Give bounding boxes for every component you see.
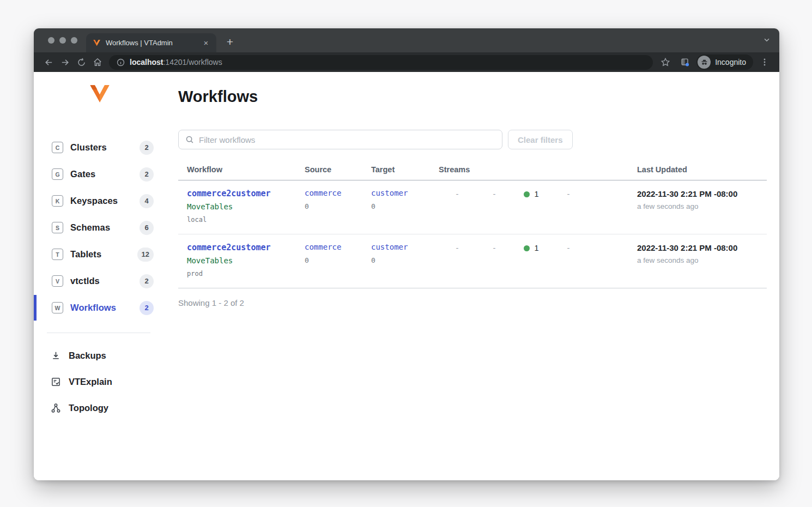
filter-box[interactable] [178,130,502,149]
toolbar-right-icons: Incognito [657,55,773,70]
running-count: 1 [534,244,538,252]
url-text[interactable]: localhost:14201/workflows [130,58,222,67]
document-check-icon [51,377,61,387]
column-header-target: Target [371,165,439,174]
count-badge: 4 [140,194,154,208]
workflows-letter-icon: W [52,302,63,313]
count-badge: 6 [140,221,154,235]
column-header-streams: Streams [439,165,637,174]
target-cell: customer 0 [371,243,439,277]
streams-copying-value: - [439,243,476,252]
url-host: localhost [130,58,163,67]
vtadmin-page: C Clusters 2 G Gates 2 K Keyspaces 4 S S… [34,72,779,480]
incognito-badge[interactable]: Incognito [696,55,753,70]
tab-title: Workflows | VTAdmin [106,39,196,47]
back-icon[interactable] [40,55,57,70]
workflow-type: MoveTables [187,202,305,211]
updated-timestamp: 2022-11-30 2:21 PM -08:00 [637,189,767,198]
sidebar-item-backups[interactable]: Backups [34,342,163,369]
source-cell: commerce 0 [305,243,371,277]
sidebar-item-label: Schemas [70,222,110,233]
streams-running-value: 1 [513,243,550,252]
window-close-button[interactable] [48,37,54,44]
filter-workflows-input[interactable] [199,135,495,144]
running-dot-icon [524,191,530,197]
incognito-label: Incognito [715,58,746,67]
sidebar-item-label: VTExplain [69,377,112,387]
streams-error-value: - [476,243,513,252]
window-minimize-button[interactable] [59,37,66,44]
gates-letter-icon: G [52,168,63,180]
vitess-favicon [93,39,101,46]
sidebar-item-vtexplain[interactable]: VTExplain [34,369,163,395]
workflow-cluster: prod [187,270,305,277]
last-updated-cell: 2022-11-30 2:21 PM -08:00 a few seconds … [637,189,767,224]
menu-kebab-icon[interactable] [756,55,773,70]
source-keyspace-link[interactable]: commerce [305,189,371,197]
workflow-cell: commerce2customer MoveTables local [178,189,305,224]
page-title: Workflows [178,88,767,106]
keyspaces-letter-icon: K [52,195,63,207]
updated-relative: a few seconds ago [637,202,767,210]
target-shards: 0 [371,202,439,210]
sidebar-item-tablets[interactable]: T Tablets 12 [34,241,163,268]
column-header-source: Source [305,165,371,174]
streams-cell: - - 1 - [439,243,637,277]
bookmark-star-icon[interactable] [657,55,674,70]
browser-window: Workflows | VTAdmin × + [34,28,779,480]
tab-close-icon[interactable]: × [201,38,211,48]
streams-running-value: 1 [513,189,550,198]
workflow-link[interactable]: commerce2customer [187,189,305,198]
count-badge: 2 [140,301,154,315]
sidebar-item-schemas[interactable]: S Schemas 6 [34,214,163,241]
extension-icon[interactable] [677,55,693,70]
table-row: commerce2customer MoveTables local comme… [178,180,767,234]
pagination-summary: Showing 1 - 2 of 2 [178,298,767,307]
home-icon[interactable] [89,55,106,70]
sidebar-item-workflows[interactable]: W Workflows 2 [34,294,163,321]
sidebar-divider [47,333,150,333]
vtctlds-letter-icon: V [52,275,63,287]
url-bar[interactable]: localhost:14201/workflows [109,55,653,70]
count-badge: 2 [140,274,154,288]
table-header-row: Workflow Source Target Streams Last Upda… [178,165,767,180]
chevron-down-icon[interactable] [763,36,771,46]
source-shards: 0 [305,256,371,264]
target-keyspace-link[interactable]: customer [371,189,439,197]
sidebar-item-vtctlds[interactable]: V vtctlds 2 [34,268,163,294]
column-header-workflow: Workflow [178,165,305,174]
source-shards: 0 [305,202,371,210]
window-zoom-button[interactable] [71,37,77,44]
sidebar-item-topology[interactable]: Topology [34,395,163,421]
workflow-link[interactable]: commerce2customer [187,243,305,252]
sidebar-item-label: Keyspaces [70,196,118,206]
sidebar-item-label: Workflows [70,303,116,313]
reload-icon[interactable] [73,55,89,70]
count-badge: 2 [140,167,154,182]
source-keyspace-link[interactable]: commerce [305,243,371,251]
count-badge: 2 [140,141,154,155]
last-updated-cell: 2022-11-30 2:21 PM -08:00 a few seconds … [637,243,767,277]
streams-stopped-value: - [550,189,587,198]
main-content: Workflows Clear filters Workflow Source … [178,72,767,307]
new-tab-button[interactable]: + [222,34,238,50]
sidebar-item-label: Gates [70,169,95,179]
incognito-icon [698,56,711,69]
streams-copying-value: - [439,189,476,198]
forward-icon[interactable] [57,55,73,70]
browser-tab[interactable]: Workflows | VTAdmin × [86,33,216,52]
workflow-type: MoveTables [187,256,305,265]
updated-timestamp: 2022-11-30 2:21 PM -08:00 [637,243,767,252]
target-shards: 0 [371,256,439,264]
sidebar-item-clusters[interactable]: C Clusters 2 [34,134,163,161]
sidebar-item-gates[interactable]: G Gates 2 [34,161,163,188]
sidebar-item-keyspaces[interactable]: K Keyspaces 4 [34,188,163,214]
search-icon [185,135,194,144]
window-controls[interactable] [48,37,77,44]
target-keyspace-link[interactable]: customer [371,243,439,251]
sidebar-item-label: vtctlds [70,276,100,286]
info-icon[interactable] [117,58,125,67]
workflows-table: Workflow Source Target Streams Last Upda… [178,165,767,288]
clear-filters-button[interactable]: Clear filters [508,130,573,149]
streams-stopped-value: - [550,243,587,252]
